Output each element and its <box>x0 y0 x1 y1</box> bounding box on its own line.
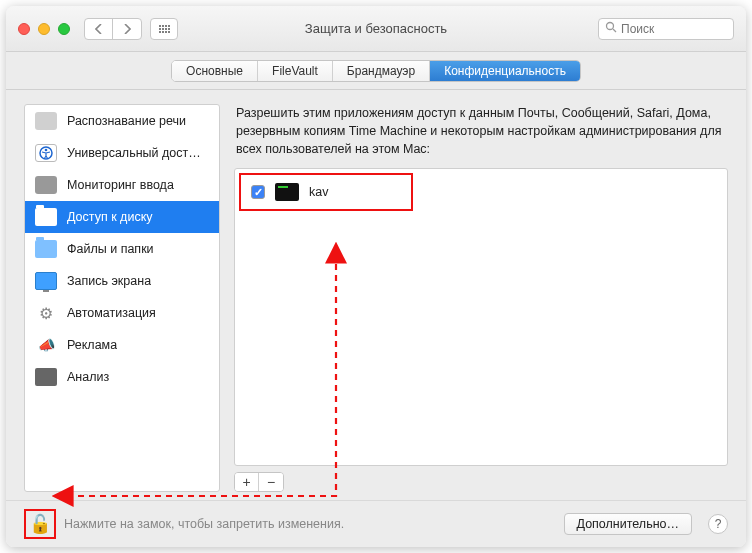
tab-segmented-control: Основные FileVault Брандмауэр Конфиденци… <box>171 60 581 82</box>
sidebar-item-advertising[interactable]: 📣 Реклама <box>25 329 219 361</box>
app-name-label: kav <box>309 185 328 199</box>
allowed-apps-list[interactable]: ✓ kav <box>234 168 728 466</box>
tab-general[interactable]: Основные <box>172 61 258 81</box>
search-field-wrap[interactable] <box>598 18 734 40</box>
zoom-window-button[interactable] <box>58 23 70 35</box>
sidebar-item-label: Распознавание речи <box>67 114 186 128</box>
back-button[interactable] <box>85 19 113 39</box>
waveform-icon <box>35 112 57 130</box>
lock-highlight: 🔓 <box>24 509 56 539</box>
sidebar-item-label: Доступ к диску <box>67 210 153 224</box>
sidebar-item-accessibility[interactable]: Универсальный дост… <box>25 137 219 169</box>
app-row-kav[interactable]: ✓ kav <box>239 173 413 211</box>
gear-icon: ⚙ <box>35 304 57 322</box>
main-panel: Разрешить этим приложениям доступ к данн… <box>234 104 728 492</box>
titlebar: Защита и безопасность <box>6 6 746 52</box>
sidebar-item-label: Универсальный дост… <box>67 146 201 160</box>
tab-privacy[interactable]: Конфиденциальность <box>430 61 580 81</box>
app-checkbox[interactable]: ✓ <box>251 185 265 199</box>
folder-icon <box>35 240 57 258</box>
add-remove-control: + − <box>234 472 284 492</box>
remove-app-button[interactable]: − <box>259 473 283 491</box>
search-input[interactable] <box>621 22 727 36</box>
advanced-button[interactable]: Дополнительно… <box>564 513 692 535</box>
sidebar-item-analytics[interactable]: Анализ <box>25 361 219 393</box>
sidebar-item-label: Мониторинг ввода <box>67 178 174 192</box>
sidebar-item-speech[interactable]: Распознавание речи <box>25 105 219 137</box>
sidebar-item-screen-recording[interactable]: Запись экрана <box>25 265 219 297</box>
accessibility-icon <box>35 144 57 162</box>
megaphone-icon: 📣 <box>35 336 57 354</box>
footer-bar: 🔓 Нажмите на замок, чтобы запретить изме… <box>6 501 746 547</box>
tab-row: Основные FileVault Брандмауэр Конфиденци… <box>6 52 746 90</box>
svg-point-0 <box>607 23 614 30</box>
tab-filevault[interactable]: FileVault <box>258 61 333 81</box>
privacy-category-list[interactable]: Распознавание речи Универсальный дост… М… <box>24 104 220 492</box>
folder-icon <box>35 208 57 226</box>
window-frame: Защита и безопасность Основные FileVault… <box>6 6 746 547</box>
lock-hint-text: Нажмите на замок, чтобы запретить измене… <box>64 517 344 531</box>
help-button[interactable]: ? <box>708 514 728 534</box>
sidebar-item-label: Реклама <box>67 338 117 352</box>
lock-icon[interactable]: 🔓 <box>29 513 51 535</box>
permission-description: Разрешить этим приложениям доступ к данн… <box>234 104 728 168</box>
sidebar-item-label: Автоматизация <box>67 306 156 320</box>
sidebar-item-input-monitoring[interactable]: Мониторинг ввода <box>25 169 219 201</box>
sidebar-item-label: Запись экрана <box>67 274 151 288</box>
sidebar-item-label: Файлы и папки <box>67 242 154 256</box>
list-tools: + − <box>234 472 728 492</box>
keyboard-icon <box>35 176 57 194</box>
monitor-icon <box>35 272 57 290</box>
forward-button[interactable] <box>113 19 141 39</box>
close-window-button[interactable] <box>18 23 30 35</box>
nav-back-forward <box>84 18 142 40</box>
traffic-lights <box>18 23 70 35</box>
add-app-button[interactable]: + <box>235 473 259 491</box>
sidebar-item-automation[interactable]: ⚙ Автоматизация <box>25 297 219 329</box>
chart-icon <box>35 368 57 386</box>
content-body: Распознавание речи Универсальный дост… М… <box>6 90 746 501</box>
sidebar-item-label: Анализ <box>67 370 109 384</box>
minimize-window-button[interactable] <box>38 23 50 35</box>
search-icon <box>605 21 617 36</box>
show-all-prefs-button[interactable] <box>150 18 178 40</box>
tab-firewall[interactable]: Брандмауэр <box>333 61 430 81</box>
svg-line-1 <box>613 29 616 32</box>
sidebar-item-files-folders[interactable]: Файлы и папки <box>25 233 219 265</box>
terminal-icon <box>275 183 299 201</box>
sidebar-item-full-disk-access[interactable]: Доступ к диску <box>25 201 219 233</box>
svg-point-3 <box>45 149 48 152</box>
